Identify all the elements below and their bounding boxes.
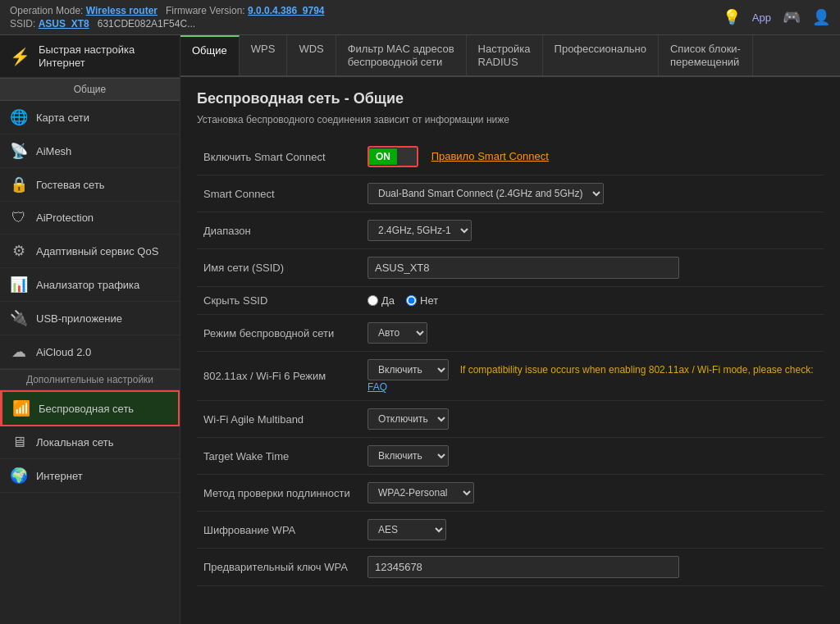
adaptive-qos-icon: ⚙ [10, 242, 28, 260]
ssid-input[interactable] [368, 257, 679, 279]
sidebar: ⚡ Быстрая настройка Интернет Общие 🌐 Кар… [0, 35, 180, 624]
settings-table: Включить Smart Connect ON Правило Smart … [197, 139, 824, 586]
field-value-band: 2.4GHz, 5GHz-1 2.4GHz 5GHz-1 [361, 212, 824, 249]
band-select[interactable]: 2.4GHz, 5GHz-1 2.4GHz 5GHz-1 [368, 220, 472, 241]
gamepad-icon[interactable]: 🎮 [783, 8, 801, 26]
table-row: Скрыть SSID Да Нет [197, 287, 824, 315]
wireless-mode-select[interactable]: Авто N only [368, 322, 427, 344]
table-row: Target Wake Time Включить Отключить [197, 438, 824, 475]
internet-label: Интернет [36, 470, 83, 482]
sidebar-item-wireless[interactable]: 📶 Беспроводная сеть [0, 390, 180, 426]
top-bar-icons: 💡 App 🎮 👤 [723, 8, 830, 26]
sidebar-item-traffic-analyzer[interactable]: 📊 Анализатор трафика [0, 268, 180, 302]
aicloud-icon: ☁ [10, 343, 28, 361]
tab-mac-filter[interactable]: Фильтр MAC адресов беспроводной сети [336, 35, 467, 75]
table-row: 802.11ax / Wi-Fi 6 Режим Включить Отключ… [197, 352, 824, 401]
ssid-value[interactable]: ASUS_XT8 [39, 18, 89, 30]
smart-connect-toggle[interactable]: ON [368, 146, 418, 167]
table-row: Smart Connect Dual-Band Smart Connect (2… [197, 175, 824, 212]
tab-wps[interactable]: WPS [240, 35, 288, 75]
adaptive-qos-label: Адаптивный сервис QoS [36, 245, 158, 257]
quick-setup-label: Быстрая настройка Интернет [39, 43, 135, 69]
field-value-wireless-mode: Авто N only [361, 315, 824, 352]
operation-mode-line: Operation Mode: Wireless router Firmware… [10, 5, 324, 16]
sidebar-item-internet[interactable]: 🌍 Интернет [0, 459, 180, 493]
field-label-auth-method: Метод проверки подлинности [197, 475, 361, 512]
sidebar-item-aicloud[interactable]: ☁ AiCloud 2.0 [0, 335, 180, 369]
content-area: Общие WPS WDS Фильтр MAC адресов беспров… [180, 35, 840, 624]
internet-icon: 🌍 [10, 467, 28, 485]
tab-general[interactable]: Общие [180, 35, 240, 75]
lan-icon: 🖥 [10, 434, 28, 451]
aiprotection-label: AiProtection [36, 212, 94, 224]
sidebar-item-lan[interactable]: 🖥 Локальная сеть [0, 426, 180, 459]
table-row: Шифрование WPA AES TKIP TKIP+AES [197, 512, 824, 549]
table-row: Диапазон 2.4GHz, 5GHz-1 2.4GHz 5GHz-1 [197, 212, 824, 249]
table-row: Wi-Fi Agile Multiband Отключить Включить [197, 401, 824, 438]
wpa-key-input[interactable] [368, 556, 679, 578]
tabs-bar: Общие WPS WDS Фильтр MAC адресов беспров… [180, 35, 840, 77]
bulb-icon[interactable]: 💡 [723, 8, 741, 26]
field-label-twt: Target Wake Time [197, 438, 361, 475]
tab-radius[interactable]: Настройка RADIUS [467, 35, 543, 75]
main-layout: ⚡ Быстрая настройка Интернет Общие 🌐 Кар… [0, 35, 840, 624]
wifi6-select[interactable]: Включить Отключить [368, 359, 449, 380]
faq-link[interactable]: FAQ [368, 381, 387, 393]
usb-app-icon: 🔌 [10, 309, 28, 327]
operation-mode-label: Operation Mode: [10, 5, 83, 16]
wifi-agile-select[interactable]: Отключить Включить [368, 408, 449, 430]
field-label-wpa-key: Предварительный ключ WPA [197, 549, 361, 586]
lan-label: Локальная сеть [36, 436, 113, 449]
sidebar-item-network-map[interactable]: 🌐 Карта сети [0, 101, 180, 134]
hide-ssid-no-radio[interactable] [406, 295, 417, 306]
sidebar-item-aiprotection[interactable]: 🛡 AiProtection [0, 202, 180, 235]
guest-network-label: Гостевая сеть [36, 179, 105, 191]
sidebar-section-advanced: Дополнительные настройки [0, 369, 180, 390]
field-label-ssid: Имя сети (SSID) [197, 249, 361, 287]
auth-method-select[interactable]: WPA2-Personal WPA3-Personal WPA2-Enterpr… [368, 482, 474, 503]
hide-ssid-no-label[interactable]: Нет [406, 294, 438, 307]
user-icon[interactable]: 👤 [812, 8, 830, 26]
hide-ssid-yes-label[interactable]: Да [368, 294, 395, 307]
twt-select[interactable]: Включить Отключить [368, 445, 449, 467]
field-value-wpa-key [361, 549, 824, 586]
sidebar-item-aimesh[interactable]: 📡 AiMesh [0, 134, 180, 168]
network-map-label: Карта сети [36, 112, 89, 124]
hide-ssid-radio-group: Да Нет [368, 294, 817, 307]
field-value-wifi6: Включить Отключить If compatibility issu… [361, 352, 824, 401]
smart-connect-rule-link[interactable]: Правило Smart Connect [431, 150, 549, 162]
table-row: Имя сети (SSID) [197, 249, 824, 287]
sidebar-item-usb-app[interactable]: 🔌 USB-приложение [0, 302, 180, 335]
field-label-wpa-encryption: Шифрование WPA [197, 512, 361, 549]
sidebar-item-quick-setup[interactable]: ⚡ Быстрая настройка Интернет [0, 35, 180, 78]
wireless-icon: 📶 [12, 399, 30, 417]
field-value-hide-ssid: Да Нет [361, 287, 824, 315]
field-value-smart-connect-toggle: ON Правило Smart Connect [361, 139, 824, 175]
aimesh-icon: 📡 [10, 142, 28, 160]
firmware-value[interactable]: 9.0.0.4.386_9794 [248, 5, 324, 16]
page-subtitle: Установка беспроводного соединения завис… [197, 114, 824, 125]
tab-wds[interactable]: WDS [287, 35, 336, 75]
field-label-wireless-mode: Режим беспроводной сети [197, 315, 361, 352]
field-label-smart-connect-mode: Smart Connect [197, 175, 361, 212]
tab-professional[interactable]: Профессионально [543, 35, 659, 75]
sidebar-item-adaptive-qos[interactable]: ⚙ Адаптивный сервис QoS [0, 235, 180, 268]
operation-mode-value[interactable]: Wireless router [86, 5, 158, 16]
traffic-analyzer-label: Анализатор трафика [36, 279, 139, 291]
wpa-encryption-select[interactable]: AES TKIP TKIP+AES [368, 519, 446, 540]
network-map-icon: 🌐 [10, 108, 28, 126]
tab-blocklist[interactable]: Список блоки- перемещений [659, 35, 753, 75]
smart-connect-mode-select[interactable]: Dual-Band Smart Connect (2.4GHz and 5GHz… [368, 183, 604, 204]
usb-app-label: USB-приложение [36, 312, 122, 325]
sidebar-item-guest-network[interactable]: 🔒 Гостевая сеть [0, 168, 180, 202]
field-label-smart-connect-toggle: Включить Smart Connect [197, 139, 361, 175]
field-value-wifi-agile: Отключить Включить [361, 401, 824, 438]
guest-network-icon: 🔒 [10, 175, 28, 194]
field-value-wpa-encryption: AES TKIP TKIP+AES [361, 512, 824, 549]
page-content: Беспроводная сеть - Общие Установка бесп… [180, 77, 840, 624]
app-label[interactable]: App [752, 11, 771, 24]
hide-ssid-yes-radio[interactable] [368, 295, 378, 306]
table-row: Предварительный ключ WPA [197, 549, 824, 586]
field-label-band: Диапазон [197, 212, 361, 249]
field-value-auth-method: WPA2-Personal WPA3-Personal WPA2-Enterpr… [361, 475, 824, 512]
